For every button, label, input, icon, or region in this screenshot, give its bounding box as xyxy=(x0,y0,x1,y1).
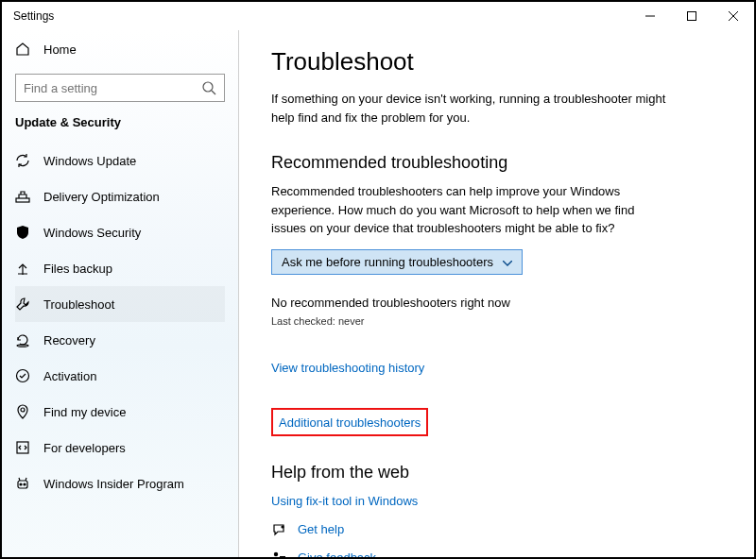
developer-icon xyxy=(15,440,30,455)
svg-point-10 xyxy=(21,408,25,412)
last-checked-text: Last checked: never xyxy=(271,315,720,327)
sidebar-item-label: Files backup xyxy=(43,262,112,276)
main-panel: Troubleshoot If something on your device… xyxy=(238,30,754,557)
feedback-link[interactable]: Give feedback xyxy=(298,551,376,557)
home-label: Home xyxy=(43,42,77,57)
search-box[interactable] xyxy=(15,74,225,102)
check-circle-icon xyxy=(15,368,30,383)
sidebar-item-activation[interactable]: Activation xyxy=(15,358,225,394)
location-icon xyxy=(15,404,30,419)
category-heading: Update & Security xyxy=(15,115,225,129)
sidebar-item-label: Find my device xyxy=(43,405,126,419)
svg-point-14 xyxy=(24,483,26,485)
sidebar-item-find-my-device[interactable]: Find my device xyxy=(15,394,225,430)
sidebar-item-troubleshoot[interactable]: Troubleshoot xyxy=(15,286,225,322)
close-button[interactable] xyxy=(713,2,754,30)
minimize-button[interactable] xyxy=(629,2,671,30)
window-title: Settings xyxy=(13,9,629,23)
sidebar-item-label: Windows Insider Program xyxy=(43,477,184,491)
chat-icon xyxy=(271,522,286,537)
home-nav[interactable]: Home xyxy=(15,30,225,68)
view-history-link[interactable]: View troubleshooting history xyxy=(271,361,424,375)
sidebar-item-windows-update[interactable]: Windows Update xyxy=(15,143,225,178)
additional-troubleshooters-highlight: Additional troubleshooters xyxy=(271,408,428,436)
fixit-link[interactable]: Using fix-it tool in Windows xyxy=(271,494,418,508)
insider-icon xyxy=(15,476,30,491)
delivery-icon xyxy=(15,189,30,204)
no-recommended-text: No recommended troubleshooters right now xyxy=(271,296,720,310)
recommended-description: Recommended troubleshooters can help imp… xyxy=(271,182,668,238)
feedback-row[interactable]: Give feedback xyxy=(271,551,720,558)
sync-icon xyxy=(15,153,30,168)
chevron-down-icon xyxy=(503,255,512,269)
search-icon xyxy=(201,80,216,95)
sidebar-item-delivery-optimization[interactable]: Delivery Optimization xyxy=(15,178,225,214)
recovery-icon xyxy=(15,332,30,347)
sidebar-item-windows-insider[interactable]: Windows Insider Program xyxy=(15,466,225,501)
svg-point-16 xyxy=(274,551,278,555)
sidebar-item-label: Recovery xyxy=(43,333,95,347)
page-intro: If something on your device isn't workin… xyxy=(271,90,668,127)
search-input[interactable] xyxy=(24,81,201,95)
svg-rect-1 xyxy=(688,12,696,21)
titlebar: Settings xyxy=(2,2,754,30)
help-heading: Help from the web xyxy=(271,463,720,483)
additional-troubleshooters-link[interactable]: Additional troubleshooters xyxy=(279,415,421,430)
sidebar-item-label: Windows Update xyxy=(43,154,136,168)
shield-icon xyxy=(15,225,30,240)
feedback-icon xyxy=(271,551,286,558)
svg-line-5 xyxy=(212,91,215,94)
backup-icon xyxy=(15,261,30,276)
svg-point-13 xyxy=(20,483,22,485)
sidebar-item-windows-security[interactable]: Windows Security xyxy=(15,214,225,250)
home-icon xyxy=(15,42,30,57)
svg-point-9 xyxy=(17,370,29,382)
recommended-dropdown[interactable]: Ask me before running troubleshooters xyxy=(271,249,523,275)
maximize-button[interactable] xyxy=(671,2,713,30)
get-help-link[interactable]: Get help xyxy=(298,522,344,536)
wrench-icon xyxy=(15,296,30,312)
svg-point-4 xyxy=(203,82,213,92)
get-help-row[interactable]: Get help xyxy=(271,522,720,537)
sidebar-item-label: Windows Security xyxy=(43,226,141,240)
dropdown-value: Ask me before running troubleshooters xyxy=(282,255,493,269)
svg-point-8 xyxy=(17,345,28,347)
page-title: Troubleshoot xyxy=(271,47,720,76)
sidebar-item-label: For developers xyxy=(43,441,126,455)
svg-rect-6 xyxy=(16,198,29,202)
sidebar: Home Update & Security Windows Update De… xyxy=(2,30,238,557)
sidebar-item-recovery[interactable]: Recovery xyxy=(15,322,225,358)
recommended-heading: Recommended troubleshooting xyxy=(271,153,720,173)
sidebar-item-label: Delivery Optimization xyxy=(43,190,160,204)
sidebar-item-for-developers[interactable]: For developers xyxy=(15,430,225,466)
sidebar-item-files-backup[interactable]: Files backup xyxy=(15,250,225,286)
svg-point-15 xyxy=(282,526,284,528)
sidebar-item-label: Activation xyxy=(43,369,96,383)
sidebar-item-label: Troubleshoot xyxy=(43,297,114,312)
